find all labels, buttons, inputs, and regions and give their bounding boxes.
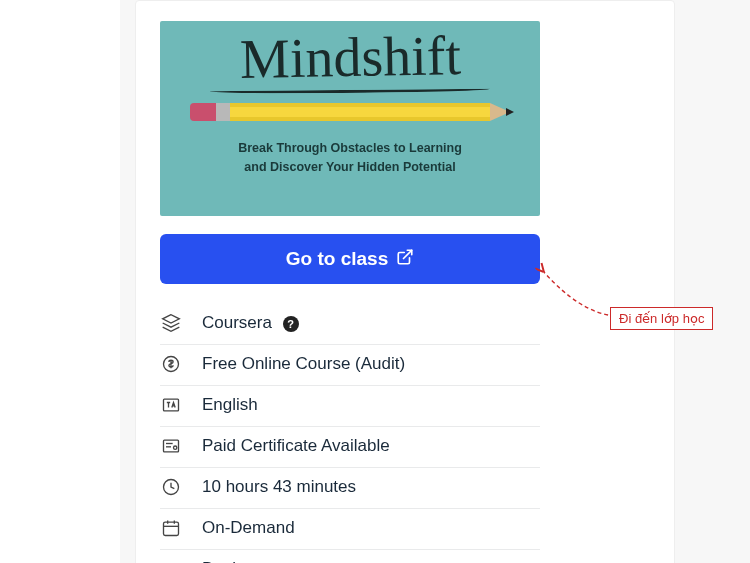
detail-row-pricing: Free Online Course (Audit) [160,345,540,386]
svg-line-0 [404,250,412,258]
language-label: English [202,395,258,415]
detail-row-level: Beginner [160,550,540,563]
detail-row-availability: On-Demand [160,509,540,550]
info-icon[interactable]: ? [283,316,299,332]
language-icon [160,394,182,416]
go-to-class-button[interactable]: Go to class [160,234,540,284]
bar-chart-icon [160,558,182,563]
detail-row-duration: 10 hours 43 minutes [160,468,540,509]
duration-label: 10 hours 43 minutes [202,477,356,497]
course-card: Mindshift Break Through Obstacles to Lea… [135,0,675,563]
pricing-label: Free Online Course (Audit) [202,354,405,374]
svg-point-7 [174,446,177,449]
cta-label: Go to class [286,248,388,270]
clock-icon [160,476,182,498]
certificate-label: Paid Certificate Available [202,436,390,456]
banner-graphic [190,87,510,125]
dollar-icon [160,353,182,375]
stack-icon [160,312,182,334]
detail-row-language: English [160,386,540,427]
banner-subtitle: Break Through Obstacles to Learning and … [238,139,462,177]
course-banner: Mindshift Break Through Obstacles to Lea… [160,21,540,216]
level-label: Beginner [202,559,270,563]
banner-title: Mindshift [239,27,461,87]
svg-rect-9 [164,522,179,535]
calendar-icon [160,517,182,539]
availability-label: On-Demand [202,518,295,538]
external-link-icon [396,248,414,271]
course-details-list: Coursera ? Free Online Course (Audit) En… [160,304,540,563]
provider-label: Coursera ? [202,313,299,333]
detail-row-provider: Coursera ? [160,304,540,345]
certificate-icon [160,435,182,457]
pencil-icon [190,99,510,125]
svg-rect-3 [164,399,179,411]
detail-row-certificate: Paid Certificate Available [160,427,540,468]
svg-marker-1 [163,315,180,323]
annotation-callout: Đi đến lớp học [610,307,713,330]
left-sidebar-fragment [0,0,120,563]
